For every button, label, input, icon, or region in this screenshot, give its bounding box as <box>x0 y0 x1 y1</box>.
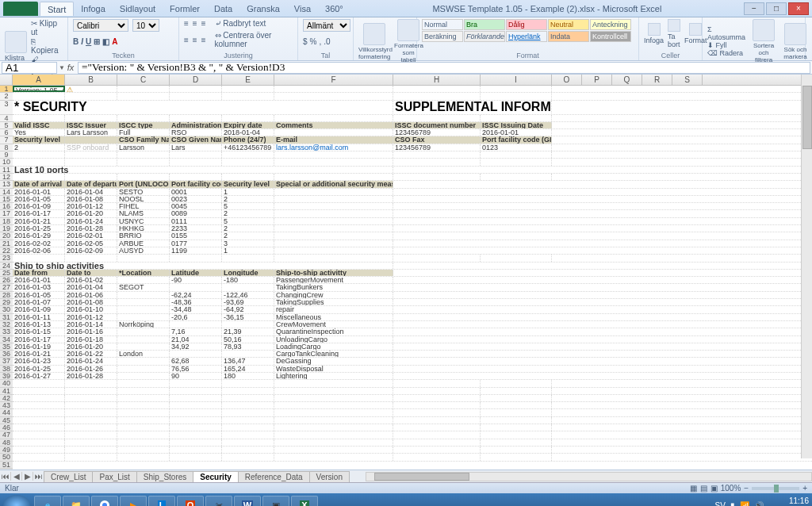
cell[interactable]: ChangingCrew <box>274 292 393 298</box>
row-header-3[interactable]: 3 <box>0 101 13 115</box>
cell[interactable]: QuarantineInspection <box>274 328 393 335</box>
cell[interactable] <box>274 431 393 438</box>
cell[interactable] <box>13 151 65 158</box>
cell[interactable]: 2016-01-09 <box>13 306 65 312</box>
cell[interactable] <box>222 115 274 121</box>
style-neutral[interactable]: Neutral <box>548 19 589 30</box>
cell[interactable] <box>274 174 393 180</box>
cell[interactable]: 2016-01-17 <box>13 336 65 343</box>
cell[interactable] <box>393 431 481 438</box>
cell[interactable] <box>65 402 117 408</box>
ribbon-tab-sidlayout[interactable]: Sidlayout <box>113 2 163 16</box>
cell[interactable]: 2016-01-27 <box>13 373 65 379</box>
cell[interactable] <box>65 388 117 394</box>
cell[interactable] <box>481 255 552 261</box>
cell[interactable]: 123456789 <box>393 144 481 151</box>
cell[interactable]: NLAMS <box>117 210 170 217</box>
inc-dec-button[interactable]: .0 <box>324 37 330 46</box>
cell[interactable] <box>481 395 552 401</box>
cell[interactable]: 0045 <box>170 203 222 209</box>
cell[interactable] <box>274 255 393 261</box>
select-all-corner[interactable] <box>0 75 13 85</box>
fx-icon[interactable]: fx <box>65 63 76 72</box>
cell[interactable] <box>222 402 274 408</box>
col-header-E[interactable]: E <box>222 75 274 85</box>
vertical-scrollbar[interactable] <box>801 86 812 458</box>
style-note[interactable]: Anteckning <box>590 19 631 30</box>
cell[interactable] <box>13 395 65 401</box>
cell[interactable] <box>393 424 481 431</box>
cell[interactable] <box>65 159 117 165</box>
cell[interactable] <box>222 409 274 416</box>
cell[interactable]: Miscellaneous <box>274 314 393 320</box>
cell[interactable]: 2016-01-07 <box>13 299 65 305</box>
cell[interactable]: 2016-02-01 <box>65 232 117 239</box>
cell[interactable]: 2233 <box>170 225 222 232</box>
cell[interactable]: CrewMovement <box>274 321 393 328</box>
cell[interactable] <box>117 358 170 364</box>
cell[interactable]: LoadingCargo <box>274 343 393 350</box>
cell[interactable] <box>170 454 222 460</box>
cells-area[interactable]: Version: 1.05, 42465⚠* SECURITYSUPPLEMEN… <box>13 86 812 470</box>
ribbon-tab-infoga[interactable]: Infoga <box>74 2 113 16</box>
cell[interactable] <box>274 93 393 99</box>
cell[interactable] <box>481 417 552 424</box>
cell[interactable] <box>222 351 274 357</box>
cell[interactable] <box>481 424 552 431</box>
col-header-O[interactable]: O <box>552 75 582 85</box>
cell[interactable]: Norrköping <box>117 321 170 328</box>
cell[interactable] <box>274 454 393 460</box>
cell[interactable]: 2016-01-03 <box>13 284 65 290</box>
format-cells-icon[interactable] <box>689 23 702 36</box>
paste-icon[interactable] <box>5 31 27 53</box>
cell[interactable] <box>65 255 117 261</box>
cell[interactable]: -64,92 <box>222 306 274 312</box>
cell[interactable]: -93,69 <box>222 299 274 305</box>
cell[interactable] <box>117 328 170 335</box>
tray-clock[interactable]: 11:162016-04-08 <box>768 496 809 506</box>
minimize-button[interactable]: − <box>744 2 764 15</box>
cell[interactable] <box>170 417 222 424</box>
font-name-select[interactable]: Calibri <box>73 19 128 32</box>
cell[interactable]: CargoTankCleaning <box>274 351 393 357</box>
cell[interactable]: repair <box>274 306 393 312</box>
cell[interactable]: 2016-02-05 <box>65 240 117 247</box>
cell[interactable]: 2016-01-25 <box>13 225 65 232</box>
cell[interactable] <box>274 439 393 446</box>
cell[interactable] <box>65 380 117 386</box>
cell[interactable]: RSO <box>170 129 222 136</box>
tray-flag-icon[interactable]: ▮ <box>730 501 735 507</box>
cell[interactable] <box>117 417 170 424</box>
cell[interactable]: 2016-01-26 <box>65 366 117 372</box>
cell[interactable] <box>274 218 393 224</box>
sheet-tab-version[interactable]: Version <box>309 471 350 482</box>
smart-tag-icon[interactable]: ⚠ <box>67 86 73 94</box>
cell[interactable]: 2016-01-01 <box>13 189 65 195</box>
cell[interactable] <box>117 115 170 121</box>
cell[interactable] <box>393 447 481 453</box>
cell[interactable] <box>393 439 481 446</box>
sheet-tab-ship_stores[interactable]: Ship_Stores <box>136 471 193 482</box>
cell[interactable] <box>13 454 65 460</box>
cell[interactable]: -36,15 <box>222 314 274 320</box>
currency-button[interactable]: $ <box>303 37 308 46</box>
taskbar-app-icon[interactable]: ▣ <box>262 496 289 506</box>
align-right-button[interactable]: ≡ <box>201 36 206 44</box>
name-box[interactable] <box>2 62 57 74</box>
tray-sound-icon[interactable]: 🔊 <box>754 501 764 507</box>
formula-input[interactable] <box>78 62 810 74</box>
cell[interactable]: 2016-01-10 <box>65 306 117 312</box>
cell[interactable]: SEGOT <box>117 284 170 290</box>
ribbon-tab-formler[interactable]: Formler <box>163 2 207 16</box>
cell[interactable]: DeGassing <box>274 358 393 364</box>
cell[interactable] <box>13 447 65 453</box>
taskbar-explorer-icon[interactable]: 📁 <box>63 496 90 506</box>
cell[interactable]: 165,24 <box>222 366 274 372</box>
cell[interactable]: 2016-01-12 <box>65 314 117 320</box>
cell[interactable] <box>170 255 222 261</box>
cell[interactable] <box>274 417 393 424</box>
cell[interactable] <box>222 417 274 424</box>
cell[interactable] <box>222 255 274 261</box>
cell[interactable]: 0177 <box>170 240 222 247</box>
cell[interactable]: SESTO <box>117 189 170 195</box>
